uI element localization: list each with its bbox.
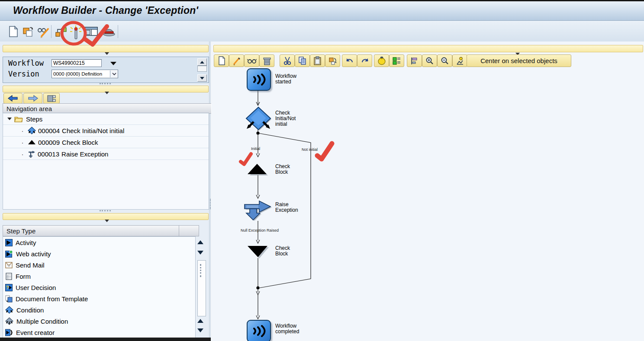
check-block-close-node[interactable] <box>247 245 269 259</box>
step-label: Check Block <box>62 139 98 146</box>
steptype-form[interactable]: Form <box>3 271 195 282</box>
bottom-edge <box>0 338 211 341</box>
scroll-up-button[interactable] <box>197 58 207 66</box>
tree-item-000009[interactable]: · 000009 Check Block <box>3 137 209 148</box>
scroll-down-button[interactable] <box>197 74 207 82</box>
workflow-tray-header[interactable] <box>3 45 209 52</box>
create-workflow-button[interactable] <box>7 25 21 39</box>
horizontal-splitter[interactable] <box>100 83 111 84</box>
event-waves-icon <box>251 72 267 87</box>
condition-icon <box>5 306 13 314</box>
center-button-label: Center on selected objects <box>480 57 557 64</box>
step-type-header-cell <box>179 225 199 236</box>
version-select[interactable]: 0000 (0000) Definition <box>52 70 118 78</box>
scroll-thumb[interactable] <box>197 66 207 72</box>
reinsert-button[interactable] <box>325 54 340 67</box>
copy-step-button[interactable] <box>295 54 310 67</box>
tree-item-000004[interactable]: · 000004 Check Initia/Not initial <box>3 125 209 137</box>
graphic-tray-header[interactable] <box>213 45 643 52</box>
steptype-send-mail[interactable]: Send Mail <box>3 259 195 271</box>
zoom-out-button[interactable] <box>437 54 452 67</box>
display-step-button[interactable] <box>244 54 259 67</box>
navigate-back-button[interactable] <box>3 93 23 104</box>
edge-label-null-exception: Null Exception Raised <box>241 228 279 233</box>
edge-label-not-initial: Not initial <box>302 147 318 152</box>
tree-node-steps[interactable]: Steps <box>3 113 209 125</box>
copy-workflow-button[interactable] <box>22 25 35 39</box>
insert-new-step-button[interactable] <box>214 54 229 67</box>
workflow-input[interactable] <box>52 59 102 67</box>
graphic-overview-button[interactable] <box>43 93 60 104</box>
list-scroll-down[interactable] <box>197 251 203 255</box>
steptype-condition[interactable]: Condition <box>3 304 195 316</box>
collapse-arrow-icon[interactable] <box>105 220 109 222</box>
workflow-completed-node[interactable] <box>247 320 271 341</box>
workflow-label: Workflow <box>8 59 44 67</box>
raise-exception-node[interactable] <box>244 200 273 222</box>
check-initial-condition-node[interactable] <box>245 106 272 131</box>
graphic-area-panel <box>211 41 644 341</box>
paste-button[interactable] <box>310 54 325 67</box>
steptype-label: Activity <box>16 239 36 246</box>
delete-step-button[interactable] <box>259 54 274 67</box>
steptype-event-creator[interactable]: Event creator <box>3 327 195 338</box>
tree-item-000013[interactable]: · 000013 Raise Exception <box>3 148 209 160</box>
redo-arrow-icon <box>360 57 370 65</box>
trash-icon <box>263 57 271 65</box>
edge-label-initial: Initial <box>251 147 260 151</box>
zoom-in-button[interactable] <box>422 54 437 67</box>
wand-generate-button[interactable] <box>69 24 83 38</box>
event-creator-icon <box>5 329 13 336</box>
version-label: Version <box>8 70 39 78</box>
outline-view-button[interactable] <box>407 54 422 67</box>
workflow-dropdown-icon[interactable] <box>110 62 116 65</box>
center-on-selected-button[interactable]: Center on selected objects <box>467 54 571 67</box>
list-scroll-down-2[interactable] <box>197 328 203 332</box>
steptype-tray-header[interactable] <box>3 213 209 220</box>
legend-button[interactable] <box>389 54 404 67</box>
expand-arrow-icon[interactable] <box>7 118 12 120</box>
person-icon <box>456 57 464 65</box>
display-change-button[interactable] <box>36 25 50 39</box>
zoom-out-icon <box>441 57 449 65</box>
new-page-icon <box>218 56 225 65</box>
where-used-button[interactable] <box>374 54 389 67</box>
full-view-button[interactable] <box>452 54 467 67</box>
collapse-arrow-icon[interactable] <box>105 52 109 55</box>
activity-icon <box>5 239 13 246</box>
tree-bullet: · <box>19 139 26 146</box>
other-workflow-button[interactable] <box>55 25 68 39</box>
step-type-title: Step Type <box>6 227 35 235</box>
list-scroll-up-2[interactable] <box>197 319 203 323</box>
steptype-multiple-condition[interactable]: Multiple Condition <box>3 316 195 327</box>
document-template-icon <box>5 295 13 303</box>
redo-button[interactable] <box>357 54 372 67</box>
test-workflow-button[interactable] <box>102 25 116 39</box>
list-scroll-up[interactable] <box>197 240 203 244</box>
steptype-activity[interactable]: Activity <box>3 237 195 248</box>
undo-button[interactable] <box>342 54 357 67</box>
collapse-arrow-icon[interactable] <box>105 92 109 94</box>
workflow-started-node[interactable] <box>247 68 271 91</box>
frames-view-button[interactable] <box>84 25 98 39</box>
film-grid-icon <box>47 95 56 102</box>
step-id: 000004 <box>38 127 60 134</box>
navigate-forward-button[interactable] <box>23 93 42 104</box>
navigation-area-title: Navigation area <box>6 105 52 112</box>
node-label-raise-exception: Raise Exception <box>275 202 302 213</box>
cut-button[interactable] <box>280 54 295 67</box>
glasses-icon <box>247 57 257 64</box>
steptype-web-activity[interactable]: Web activity <box>3 248 195 259</box>
triangle-up-icon <box>197 319 203 323</box>
steptype-document-from-template[interactable]: Document from Template <box>3 293 195 304</box>
edit-step-button[interactable] <box>229 54 244 67</box>
list-scrollbar-track[interactable] <box>197 260 206 316</box>
event-waves-icon <box>251 324 267 338</box>
steptype-label: Form <box>16 273 31 280</box>
scroll-thumb-grip[interactable] <box>200 264 202 277</box>
horizontal-splitter[interactable] <box>100 210 111 211</box>
undo-arrow-icon <box>345 57 354 65</box>
check-block-open-node[interactable] <box>247 163 268 176</box>
steptype-user-decision[interactable]: ? User Decision <box>3 282 195 293</box>
chevron-down-icon[interactable] <box>110 70 118 77</box>
